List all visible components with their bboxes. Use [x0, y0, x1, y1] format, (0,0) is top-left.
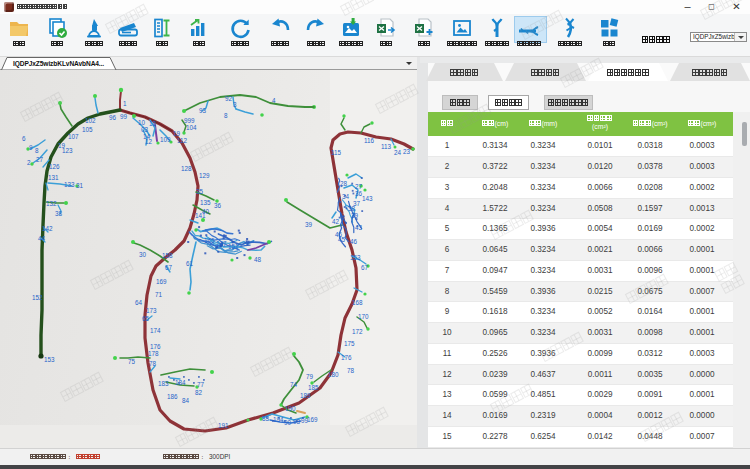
- svg-text:131: 131: [48, 174, 59, 181]
- svg-text:169: 169: [156, 278, 167, 285]
- svg-text:79: 79: [306, 373, 314, 380]
- svg-text:42: 42: [332, 218, 340, 225]
- svg-text:84: 84: [182, 397, 190, 404]
- svg-text:152: 152: [32, 294, 43, 301]
- svg-text:12: 12: [145, 138, 153, 145]
- svg-text:39: 39: [305, 221, 313, 228]
- svg-text:112: 112: [177, 137, 188, 144]
- svg-text:93: 93: [199, 107, 207, 114]
- svg-text:10: 10: [138, 119, 146, 126]
- svg-text:190: 190: [285, 405, 296, 412]
- svg-text:178: 178: [148, 350, 159, 357]
- svg-text:176: 176: [150, 343, 161, 350]
- svg-text:39: 39: [351, 212, 359, 219]
- svg-text:194: 194: [273, 416, 284, 423]
- svg-text:172: 172: [352, 328, 363, 335]
- svg-text:30: 30: [139, 251, 147, 258]
- svg-text:184: 184: [175, 379, 186, 386]
- svg-text:999: 999: [184, 117, 195, 124]
- svg-text:67: 67: [361, 264, 369, 271]
- svg-text:8: 8: [224, 112, 228, 119]
- svg-text:189: 189: [300, 392, 311, 399]
- svg-text:183: 183: [158, 380, 169, 387]
- svg-text:186: 186: [167, 393, 178, 400]
- svg-text:135: 135: [200, 199, 211, 206]
- svg-text:129: 129: [199, 172, 210, 179]
- svg-text:36: 36: [214, 202, 222, 209]
- svg-text:175: 175: [344, 340, 355, 347]
- svg-text:169: 169: [307, 416, 318, 423]
- svg-text:123: 123: [62, 147, 73, 154]
- svg-text:115: 115: [331, 149, 342, 156]
- svg-text:143: 143: [362, 195, 373, 202]
- svg-text:113: 113: [381, 143, 392, 150]
- svg-text:185: 185: [308, 384, 319, 391]
- svg-text:92: 92: [225, 95, 233, 102]
- svg-text:64: 64: [135, 299, 143, 306]
- svg-text:99: 99: [120, 113, 128, 120]
- svg-text:105: 105: [82, 126, 93, 133]
- svg-text:180: 180: [328, 371, 339, 378]
- svg-text:03: 03: [141, 126, 149, 133]
- svg-text:71: 71: [155, 291, 163, 298]
- svg-text:128: 128: [181, 165, 192, 172]
- svg-text:34: 34: [342, 193, 350, 200]
- svg-text:2: 2: [27, 159, 31, 166]
- svg-text:74: 74: [290, 381, 298, 388]
- svg-text:9: 9: [29, 144, 33, 151]
- svg-text:126: 126: [49, 163, 60, 170]
- svg-text:168: 168: [352, 299, 363, 306]
- svg-text:78: 78: [347, 367, 355, 374]
- svg-text:45: 45: [338, 236, 346, 243]
- svg-text:48: 48: [254, 256, 262, 263]
- svg-text:116: 116: [364, 137, 375, 144]
- svg-text:35: 35: [196, 188, 204, 195]
- svg-text:176: 176: [341, 354, 352, 361]
- svg-text:31: 31: [76, 182, 84, 189]
- svg-text:4: 4: [272, 97, 276, 104]
- svg-text:44: 44: [38, 235, 46, 242]
- svg-text:3: 3: [233, 101, 237, 108]
- svg-text:83: 83: [262, 415, 270, 422]
- svg-text:38: 38: [55, 210, 63, 217]
- svg-text:147: 147: [216, 240, 227, 247]
- svg-text:133: 133: [64, 181, 75, 188]
- svg-text:27: 27: [355, 183, 363, 190]
- svg-text:24: 24: [394, 149, 402, 156]
- svg-text:27: 27: [36, 156, 44, 163]
- svg-text:132: 132: [46, 200, 57, 207]
- svg-text:19: 19: [173, 130, 181, 137]
- svg-text:46: 46: [350, 238, 358, 245]
- svg-text:78: 78: [149, 360, 157, 367]
- svg-text:67: 67: [165, 264, 173, 271]
- svg-text:8: 8: [35, 147, 39, 154]
- svg-text:96: 96: [109, 114, 117, 121]
- svg-text:142: 142: [42, 225, 53, 232]
- svg-text:102: 102: [85, 117, 96, 124]
- svg-text:90: 90: [284, 419, 292, 426]
- svg-text:77: 77: [197, 381, 205, 388]
- svg-text:93: 93: [293, 418, 301, 425]
- svg-text:141: 141: [195, 212, 206, 219]
- svg-text:158: 158: [162, 252, 173, 259]
- svg-text:6: 6: [22, 135, 26, 142]
- svg-text:1: 1: [123, 100, 127, 107]
- svg-text:104: 104: [186, 124, 197, 131]
- svg-text:38: 38: [348, 205, 356, 212]
- svg-text:107: 107: [68, 133, 79, 140]
- svg-text:75: 75: [128, 358, 136, 365]
- svg-text:153: 153: [44, 356, 55, 363]
- svg-text:173: 173: [146, 307, 157, 314]
- svg-text:174: 174: [150, 327, 161, 334]
- svg-text:65: 65: [142, 315, 150, 322]
- svg-text:151: 151: [228, 243, 239, 250]
- svg-text:61: 61: [186, 260, 194, 267]
- svg-text:28: 28: [340, 180, 348, 187]
- svg-text:43: 43: [355, 224, 363, 231]
- svg-text:18: 18: [149, 120, 157, 127]
- svg-text:23: 23: [403, 148, 411, 155]
- svg-text:153: 153: [350, 254, 361, 261]
- svg-text:145: 145: [204, 237, 215, 244]
- svg-text:170: 170: [358, 313, 369, 320]
- svg-text:109: 109: [160, 136, 171, 143]
